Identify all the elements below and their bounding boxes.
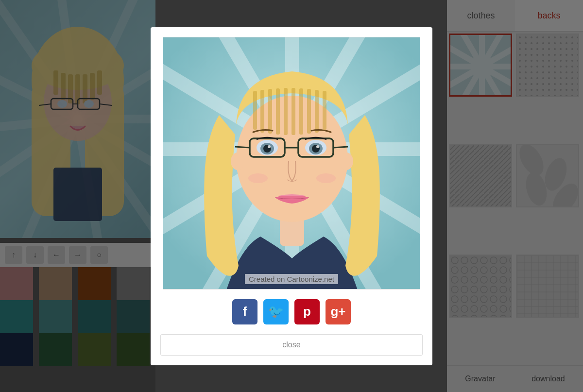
- svg-rect-80: [276, 88, 280, 135]
- svg-rect-78: [260, 90, 264, 133]
- svg-rect-86: [323, 91, 326, 130]
- twitter-share-button[interactable]: 🐦: [263, 299, 289, 324]
- svg-rect-82: [292, 88, 295, 135]
- svg-point-98: [268, 145, 271, 148]
- svg-point-103: [340, 153, 353, 170]
- svg-rect-83: [299, 88, 303, 135]
- share-modal: Created on Cartoonize.net f 🐦 p g+ close: [151, 27, 432, 365]
- social-buttons: f 🐦 p g+: [232, 299, 351, 324]
- googleplus-share-button[interactable]: g+: [326, 299, 351, 324]
- svg-point-100: [248, 173, 268, 183]
- modal-overlay: Created on Cartoonize.net f 🐦 p g+ close: [0, 0, 583, 392]
- svg-line-91: [333, 147, 348, 148]
- watermark: Created on Cartoonize.net: [245, 274, 338, 284]
- pinterest-share-button[interactable]: p: [294, 299, 320, 324]
- facebook-share-button[interactable]: f: [232, 299, 257, 324]
- svg-rect-84: [307, 89, 311, 134]
- close-button[interactable]: close: [160, 334, 423, 356]
- svg-point-102: [231, 153, 244, 170]
- svg-rect-85: [315, 90, 319, 133]
- svg-rect-77: [253, 91, 257, 130]
- svg-rect-79: [268, 89, 272, 134]
- modal-avatar-svg: [163, 37, 420, 290]
- close-label: close: [282, 341, 300, 349]
- svg-line-90: [235, 147, 250, 148]
- modal-avatar-container: Created on Cartoonize.net: [163, 37, 420, 290]
- svg-point-99: [316, 145, 319, 148]
- svg-rect-81: [284, 88, 288, 135]
- svg-point-101: [316, 173, 336, 183]
